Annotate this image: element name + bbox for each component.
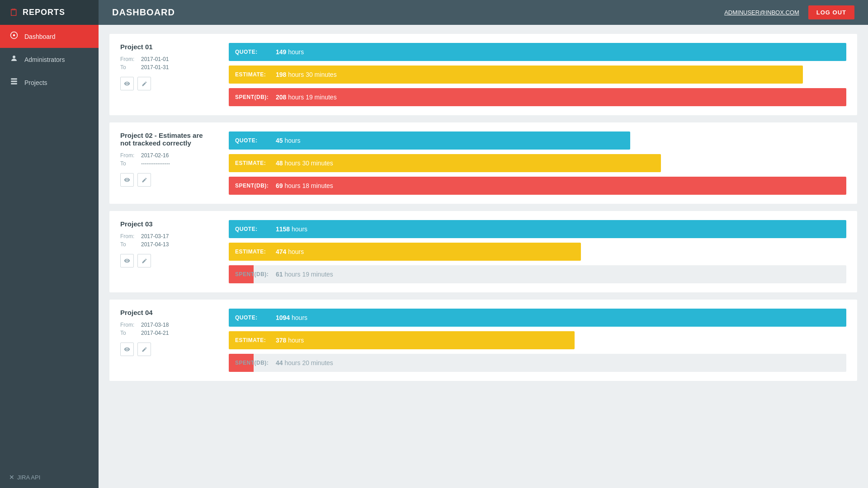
svg-rect-3 — [11, 78, 17, 80]
sidebar-logo: 🗒 REPORTS — [0, 0, 99, 25]
project-02-quote-value: 45 hours — [276, 137, 301, 144]
from-label-03: From: — [120, 233, 137, 239]
project-03-estimate-value: 474 hours — [276, 248, 304, 255]
content-area: Project 01 From: 2017-01-01 To 2017-01-3… — [99, 25, 868, 488]
project-01-actions — [120, 77, 215, 90]
spent-bar-label-03: SPENT(DB): — [235, 271, 276, 277]
project-04-edit-button[interactable] — [137, 343, 151, 356]
sidebar-label-projects: Projects — [24, 79, 47, 86]
project-03-estimate-bar: ESTIMATE: 474 hours — [229, 243, 581, 261]
project-04-info: Project 04 From: 2017-03-18 To 2017-04-2… — [120, 309, 215, 356]
project-01-estimate-bar: ESTIMATE: 198 hours 30 minutes — [229, 66, 803, 84]
sidebar-logo-text: REPORTS — [23, 8, 65, 17]
project-01-name: Project 01 — [120, 43, 215, 51]
to-label: To — [120, 64, 137, 70]
project-01-info: Project 01 From: 2017-01-01 To 2017-01-3… — [120, 43, 215, 90]
project-04-name: Project 04 — [120, 309, 215, 316]
project-04-from-value: 2017-03-18 — [141, 322, 169, 328]
svg-rect-4 — [11, 81, 17, 82]
sidebar-item-administrators[interactable]: Administrators — [0, 48, 99, 71]
project-04-spent-bar-wrapper: SPENT(DB): 44 hours 20 minutes — [229, 354, 846, 372]
project-01-from-value: 2017-01-01 — [141, 56, 169, 62]
spent-bar-label-02: SPENT(DB): — [235, 183, 276, 189]
svg-point-1 — [13, 34, 15, 37]
projects-icon — [9, 77, 19, 88]
sidebar-label-dashboard: Dashboard — [24, 33, 56, 40]
project-04-view-button[interactable] — [120, 343, 134, 356]
logout-button[interactable]: LOG OUT — [808, 5, 854, 19]
project-card-04: Project 04 From: 2017-03-18 To 2017-04-2… — [109, 300, 857, 381]
sidebar-nav: Dashboard Administrators Projects — [0, 25, 99, 466]
sidebar-footer: ✕ JIRA API — [0, 466, 99, 488]
project-04-quote-value: 1094 hours — [276, 314, 307, 321]
jira-icon: ✕ — [9, 474, 14, 481]
project-02-name: Project 02 - Estimates are not trackeed … — [120, 131, 215, 147]
project-02-spent-bar: SPENT(DB): 69 hours 18 minutes — [229, 177, 846, 195]
project-02-estimate-bar: ESTIMATE: 48 hours 30 minutes — [229, 154, 661, 172]
project-04-spent-value: 44 hours 20 minutes — [276, 359, 333, 366]
svg-rect-5 — [11, 83, 17, 84]
project-04-estimate-bar: ESTIMATE: 378 hours — [229, 331, 575, 349]
project-04-to: To 2017-04-21 — [120, 330, 215, 336]
quote-bar-label-04: QUOTE: — [235, 314, 276, 321]
from-label: From: — [120, 56, 137, 62]
admin-email: ADMINUSER@INBOX.COM — [724, 9, 799, 16]
project-02-info: Project 02 - Estimates are not trackeed … — [120, 131, 215, 187]
project-02-from: From: 2017-02-16 — [120, 152, 215, 159]
project-01-spent-bar: SPENT(DB): 208 hours 19 minutes — [229, 88, 846, 106]
from-label-02: From: — [120, 152, 137, 159]
project-03-bars: QUOTE: 1158 hours ESTIMATE: 474 hours SP… — [229, 220, 846, 283]
project-02-estimate-value: 48 hours 30 minutes — [276, 160, 333, 167]
header: DASHBOARD ADMINUSER@INBOX.COM LOG OUT — [99, 0, 868, 25]
quote-bar-label-02: QUOTE: — [235, 137, 276, 144]
project-01-bars: QUOTE: 149 hours ESTIMATE: 198 hours 30 … — [229, 43, 846, 106]
project-02-bars: QUOTE: 45 hours ESTIMATE: 48 hours 30 mi… — [229, 131, 846, 195]
project-02-view-button[interactable] — [120, 173, 134, 187]
project-01-to-value: 2017-01-31 — [141, 64, 169, 70]
project-02-to-value: ---------------- — [141, 160, 170, 167]
to-label-03: To — [120, 241, 137, 248]
project-03-to: To 2017-04-13 — [120, 241, 215, 248]
project-04-actions — [120, 343, 215, 356]
jira-api-label: JIRA API — [17, 474, 40, 481]
project-card-03: Project 03 From: 2017-03-17 To 2017-04-1… — [109, 211, 857, 292]
sidebar-item-projects[interactable]: Projects — [0, 71, 99, 94]
project-03-view-button[interactable] — [120, 254, 134, 267]
page-title: DASHBOARD — [112, 7, 175, 18]
project-02-actions — [120, 173, 215, 187]
to-label-02: To — [120, 160, 137, 167]
project-card-02: Project 02 - Estimates are not trackeed … — [109, 122, 857, 204]
estimate-bar-label-04: ESTIMATE: — [235, 337, 276, 343]
project-03-spent-value: 61 hours 19 minutes — [276, 271, 333, 278]
project-03-actions — [120, 254, 215, 267]
estimate-bar-label-03: ESTIMATE: — [235, 249, 276, 255]
project-02-spent-value: 69 hours 18 minutes — [276, 182, 333, 189]
project-02-edit-button[interactable] — [137, 173, 151, 187]
project-03-from: From: 2017-03-17 — [120, 233, 215, 239]
project-03-quote-value: 1158 hours — [276, 225, 307, 233]
sidebar-item-dashboard[interactable]: Dashboard — [0, 25, 99, 48]
project-01-estimate-value: 198 hours 30 minutes — [276, 71, 337, 78]
project-card-01: Project 01 From: 2017-01-01 To 2017-01-3… — [109, 34, 857, 115]
main-area: DASHBOARD ADMINUSER@INBOX.COM LOG OUT Pr… — [99, 0, 868, 488]
project-03-edit-button[interactable] — [137, 254, 151, 267]
spent-bar-label: SPENT(DB): — [235, 94, 276, 100]
project-04-to-value: 2017-04-21 — [141, 330, 169, 336]
to-label-04: To — [120, 330, 137, 336]
project-01-to: To 2017-01-31 — [120, 64, 215, 70]
project-01-view-button[interactable] — [120, 77, 134, 90]
svg-point-2 — [13, 56, 15, 58]
project-01-edit-button[interactable] — [137, 77, 151, 90]
estimate-bar-label: ESTIMATE: — [235, 71, 276, 78]
estimate-bar-label-02: ESTIMATE: — [235, 160, 276, 166]
project-01-from: From: 2017-01-01 — [120, 56, 215, 62]
header-right: ADMINUSER@INBOX.COM LOG OUT — [724, 5, 854, 19]
sidebar-label-administrators: Administrators — [24, 56, 65, 63]
project-03-name: Project 03 — [120, 220, 215, 228]
quote-bar-label: QUOTE: — [235, 49, 276, 55]
project-04-quote-bar: QUOTE: 1094 hours — [229, 309, 846, 327]
dashboard-icon — [9, 31, 19, 42]
project-02-quote-bar: QUOTE: 45 hours — [229, 131, 630, 150]
project-04-from: From: 2017-03-18 — [120, 322, 215, 328]
project-04-bars: QUOTE: 1094 hours ESTIMATE: 378 hours SP… — [229, 309, 846, 372]
